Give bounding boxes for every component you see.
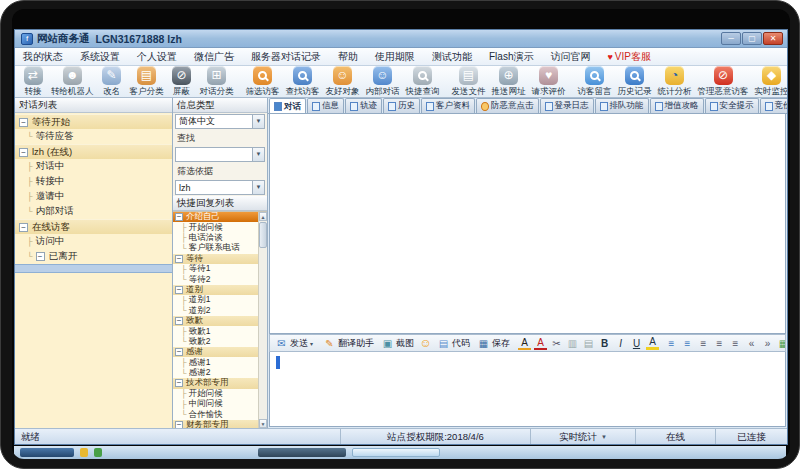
- reply-group-farewell[interactable]: −道别: [173, 285, 258, 295]
- collapse-icon[interactable]: −: [175, 286, 183, 294]
- menu-official-site[interactable]: 访问官网: [550, 50, 590, 64]
- language-combobox[interactable]: 简体中文 ▼: [175, 114, 265, 129]
- tree-item-internal-dialog[interactable]: └内部对话: [15, 204, 172, 219]
- collapse-icon[interactable]: −: [175, 348, 183, 356]
- toolbar-visitor-messages[interactable]: 访客留言: [575, 65, 615, 99]
- toolbar-customer-category[interactable]: ▤ 客户分类: [127, 65, 167, 99]
- menu-wechat-ads[interactable]: 微信广告: [194, 50, 234, 64]
- highlight-icon[interactable]: A: [646, 336, 659, 350]
- tab-anti-malicious-clicks[interactable]: 防恶意点击: [476, 98, 539, 113]
- insert-image-icon[interactable]: ▦: [777, 336, 786, 350]
- tree-item-left[interactable]: └−已离开: [15, 249, 172, 264]
- tab-track[interactable]: 轨迹: [345, 98, 382, 113]
- tree-group-waiting-start[interactable]: −等待开始: [15, 114, 172, 129]
- collapse-icon[interactable]: −: [175, 255, 183, 263]
- outdent-icon[interactable]: «: [745, 336, 758, 350]
- italic-icon[interactable]: I: [614, 336, 627, 350]
- toolbar-internal-chat[interactable]: ☺ 内部对话: [363, 65, 403, 99]
- reply-item[interactable]: ├道别1: [173, 295, 258, 305]
- tab-safety-tips[interactable]: 安全提示: [705, 98, 759, 113]
- reply-group-thanks[interactable]: −感谢: [173, 347, 258, 357]
- tree-item-visiting[interactable]: ├访问中: [15, 234, 172, 249]
- tab-customer-profile[interactable]: 客户资料: [421, 98, 475, 113]
- menu-system-settings[interactable]: 系统设置: [80, 50, 120, 64]
- align-right-icon[interactable]: ≡: [729, 336, 742, 350]
- indent-icon[interactable]: »: [761, 336, 774, 350]
- toolbar-realtime-monitor[interactable]: ◆ 实时监控: [752, 65, 789, 99]
- toolbar-transfer-to-robot[interactable]: ☻ 转给机器人: [48, 65, 97, 99]
- font-red-icon[interactable]: A: [534, 336, 547, 350]
- paste-icon[interactable]: ▤: [582, 336, 595, 350]
- toolbar-rename[interactable]: ✎ 改名: [97, 65, 127, 99]
- tree-group-online-visitors[interactable]: −在线访客: [15, 219, 172, 234]
- tab-queue-function[interactable]: 排队功能: [595, 98, 649, 113]
- filter-combobox[interactable]: lzh ▼: [175, 180, 265, 195]
- tree-item-transferring[interactable]: ├转接中: [15, 174, 172, 189]
- reply-item[interactable]: └客户联系电话: [173, 243, 258, 253]
- taskbar-window-button[interactable]: [352, 448, 440, 457]
- toolbar-block[interactable]: ⊘ 屏蔽: [167, 65, 197, 99]
- toolbar-push-url[interactable]: ⊕ 推送网址: [489, 65, 529, 99]
- toolbar-manage-malicious-visitors[interactable]: ⊘ 管理恶意访客: [695, 65, 752, 99]
- unordered-list-icon[interactable]: ≡: [681, 336, 694, 350]
- tree-group-lzh-online[interactable]: −lzh (在线): [15, 144, 172, 159]
- toolbar-find-visitors[interactable]: 查找访客: [283, 65, 323, 99]
- tree-item-waiting-answer[interactable]: └等待应答: [15, 129, 172, 144]
- toolbar-request-rating[interactable]: ♥ 请求评价: [529, 65, 569, 99]
- copy-icon[interactable]: ▥: [566, 336, 579, 350]
- toolbar-quick-query[interactable]: 快捷查询: [403, 65, 443, 99]
- scroll-up-icon[interactable]: ▲: [259, 212, 267, 221]
- code-button[interactable]: ▤ 代码: [435, 336, 472, 350]
- align-left-icon[interactable]: ≡: [697, 336, 710, 350]
- menu-test-features[interactable]: 测试功能: [432, 50, 472, 64]
- bold-icon[interactable]: B: [598, 336, 611, 350]
- status-realtime-stats[interactable]: 实时统计▼: [530, 429, 635, 445]
- tab-bidding-guard[interactable]: 竞价卫士: [760, 98, 788, 113]
- toolbar-statistics[interactable]: ◔ 统计分析: [655, 65, 695, 99]
- toolbar-filter-visitors[interactable]: 筛选访客: [243, 65, 283, 99]
- underline-icon[interactable]: U: [630, 336, 643, 350]
- send-button[interactable]: ✉ 发送 ▾: [273, 336, 315, 350]
- reply-item[interactable]: └道别2: [173, 306, 258, 316]
- reply-group-introduce-self[interactable]: −介绍自己: [173, 212, 258, 222]
- translate-assistant-button[interactable]: ✎ 翻译助手: [321, 336, 376, 350]
- reply-item[interactable]: ├中间问候: [173, 399, 258, 409]
- collapse-icon[interactable]: −: [19, 148, 28, 157]
- toolbar-dialog-category[interactable]: ⊞ 对话分类: [197, 65, 237, 99]
- cut-icon[interactable]: ✂: [550, 336, 563, 350]
- save-button[interactable]: ▦ 保存: [475, 336, 512, 350]
- reply-group-wait[interactable]: −等待: [173, 254, 258, 264]
- tab-history[interactable]: 历史: [383, 98, 420, 113]
- maximize-button[interactable]: ▢: [742, 32, 762, 45]
- menu-help[interactable]: 帮助: [338, 50, 358, 64]
- reply-group-tech-dept[interactable]: −技术部专用: [173, 378, 258, 388]
- collapse-icon[interactable]: −: [36, 252, 45, 261]
- taskbar-icon[interactable]: [94, 448, 102, 457]
- emoticon-icon[interactable]: ☺: [419, 336, 432, 350]
- collapse-icon[interactable]: −: [19, 118, 28, 127]
- screenshot-button[interactable]: ▣ 截图: [379, 336, 416, 350]
- quick-reply-scrollbar[interactable]: ▲ ▼: [258, 212, 267, 428]
- reply-group-apology[interactable]: −致歉: [173, 316, 258, 326]
- chevron-down-icon[interactable]: ▼: [252, 115, 264, 128]
- reply-item[interactable]: ├致歉1: [173, 326, 258, 336]
- taskbar-icon[interactable]: [80, 448, 88, 457]
- taskbar-window-button[interactable]: [258, 448, 346, 457]
- tab-dialog[interactable]: 对话: [269, 98, 306, 114]
- toolbar-history[interactable]: 历史记录: [615, 65, 655, 99]
- reply-item[interactable]: └感谢2: [173, 368, 258, 378]
- toolbar-send-file[interactable]: ▤ 发送文件: [449, 65, 489, 99]
- search-combobox[interactable]: ▼: [175, 147, 265, 162]
- reply-item[interactable]: ├等待1: [173, 264, 258, 274]
- align-center-icon[interactable]: ≡: [713, 336, 726, 350]
- reply-item[interactable]: ├电话洽谈: [173, 233, 258, 243]
- reply-item[interactable]: └致歉2: [173, 337, 258, 347]
- ordered-list-icon[interactable]: ≡: [665, 336, 678, 350]
- reply-item[interactable]: ├开始问候: [173, 389, 258, 399]
- collapse-icon[interactable]: −: [175, 421, 183, 428]
- reply-group-finance-dept[interactable]: −财务部专用: [173, 420, 258, 428]
- tab-value-added-guide[interactable]: 增值攻略: [650, 98, 704, 113]
- chevron-down-icon[interactable]: ▼: [252, 181, 264, 194]
- reply-item[interactable]: ├感谢1: [173, 357, 258, 367]
- reply-item[interactable]: ├开始问候: [173, 222, 258, 232]
